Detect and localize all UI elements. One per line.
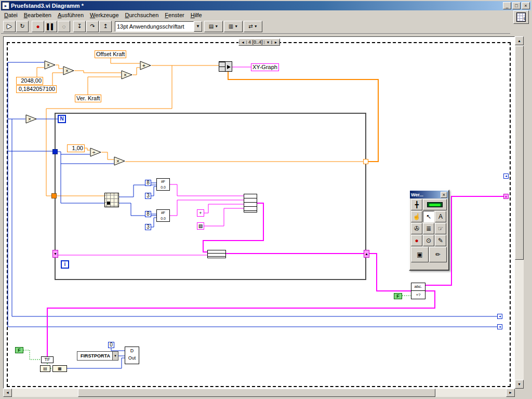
multiply-node[interactable]: × — [121, 70, 132, 79]
divide-node[interactable]: ÷ — [90, 148, 101, 157]
auto-tool-button[interactable]: ╋ — [411, 199, 422, 210]
string-constant[interactable]: + — [197, 209, 204, 217]
tools-palette-window[interactable]: Wer... × ╋ ☝ ↖ A ✇ ≣ ☞ ● ⊙ ✎ ▣ ✏ — [409, 190, 449, 271]
font-selector-dropdown-icon[interactable]: ▼ — [194, 21, 202, 32]
shift-register-right[interactable]: ▲ — [364, 250, 369, 258]
distribute-objects-button[interactable]: ▥ ▼ — [224, 21, 243, 32]
menu-fenster[interactable]: Fenster — [162, 11, 187, 19]
title-bar[interactable]: ▸ Pruefstand3.vi Diagramm * _ □ × — [1, 1, 531, 10]
sequence-local-string[interactable]: ▲ — [503, 194, 509, 199]
scroll-up-button[interactable]: ▲ — [515, 36, 524, 45]
maximize-button[interactable]: □ — [512, 2, 521, 9]
step-into-button[interactable]: ↧ — [73, 21, 86, 32]
wire-tool-button[interactable]: ✇ — [411, 223, 422, 234]
wire-dbl[interactable] — [56, 65, 63, 69]
scroll-right-button[interactable]: ► — [506, 389, 515, 397]
color-tool-button[interactable]: ▣ — [411, 247, 429, 262]
build-array-node[interactable] — [244, 194, 257, 212]
format-number-node[interactable]: #F 0.0 — [156, 178, 170, 191]
int-constant-8[interactable]: 8 — [145, 180, 151, 186]
loop-tunnel-dbl-out[interactable] — [363, 159, 368, 164]
concatenate-strings-node[interactable] — [207, 250, 226, 258]
int-constant-3[interactable]: 3 — [145, 193, 151, 199]
format-number-node[interactable]: #F 0.0 — [156, 209, 170, 222]
minimize-button[interactable]: _ — [503, 2, 511, 9]
xy-graph-terminal[interactable]: XY-Graph — [251, 63, 279, 71]
int-constant-0[interactable]: 0 — [108, 342, 114, 348]
brush-tool-button[interactable]: ✏ — [429, 247, 447, 262]
color-copy-tool-button[interactable]: ✎ — [435, 235, 446, 246]
ver-kraft-label[interactable]: Ver. Kraft — [75, 95, 101, 102]
close-button[interactable]: × — [522, 2, 530, 9]
offset-kraft-label[interactable]: Offset Kraft — [95, 50, 126, 58]
horizontal-scroll-thumb[interactable] — [78, 389, 435, 397]
tools-palette-close-button[interactable]: × — [441, 192, 447, 198]
position-tool-button[interactable]: ↖ — [423, 211, 434, 222]
reorder-button[interactable]: ⇄ ▼ — [244, 21, 262, 32]
align-objects-button[interactable]: ▤ ▼ — [204, 21, 223, 32]
multiply-node[interactable]: × — [114, 156, 125, 166]
multiply-node[interactable]: × — [44, 60, 56, 70]
string-constant-pattern[interactable]: ▨ — [197, 222, 204, 230]
font-selector[interactable]: 13pt Anwendungsschriftart — [115, 21, 194, 32]
object-menu-tool-button[interactable]: ≣ — [423, 223, 434, 234]
wire-dbl[interactable] — [132, 68, 140, 75]
sequence-frame-selector[interactable]: ◄ 4 [0..4] ▼ ► — [238, 38, 280, 46]
wire-string-array[interactable] — [369, 254, 411, 291]
breakpoint-tool-button[interactable]: ● — [411, 235, 422, 246]
sequence-local-int[interactable]: ◄ — [497, 314, 502, 319]
loop-count-terminal[interactable]: N — [58, 115, 66, 123]
menu-werkzeuge[interactable]: Werkzeuge — [87, 11, 122, 19]
sequence-prev-icon[interactable]: ◄ — [239, 41, 247, 44]
tools-palette-titlebar[interactable]: Wer... × — [410, 191, 448, 198]
highlight-execution-button[interactable]: ◌ — [58, 21, 70, 32]
sequence-local-int[interactable]: ◄ — [503, 174, 509, 179]
vi-icon-button[interactable]: 1 — [513, 10, 529, 24]
wire-dbl[interactable] — [37, 68, 44, 77]
operate-tool-button[interactable]: ☝ — [411, 211, 422, 222]
numeric-constant-1[interactable]: 1,00 — [67, 144, 85, 152]
auto-tool-led-button[interactable] — [423, 199, 447, 210]
block-diagram-canvas[interactable]: ◄ 4 [0..4] ▼ ► N i ▼ ▲ × × × + × ÷ × Off… — [3, 36, 515, 389]
menu-datei[interactable]: Datei — [1, 11, 21, 19]
boolean-false-constant[interactable]: F — [394, 293, 402, 299]
step-out-button[interactable]: ↥ — [99, 21, 112, 32]
loop-tunnel-dbl-in[interactable] — [51, 193, 57, 198]
multiply-node[interactable]: × — [63, 66, 74, 75]
numeric-constant-0184[interactable]: 0,1842057100 — [16, 85, 57, 93]
format-into-string-node[interactable]: abc. +? — [411, 283, 425, 299]
menu-bearbeiten[interactable]: Bearbeiten — [21, 11, 55, 19]
sequence-local-int[interactable]: ◄ — [497, 324, 502, 329]
wire-dbl[interactable] — [88, 77, 121, 95]
int-constant-3[interactable]: 3 — [145, 224, 151, 230]
run-continuous-button[interactable]: ↻ — [16, 21, 29, 32]
boolean-false-constant[interactable]: F — [15, 347, 23, 353]
loop-iteration-terminal[interactable]: i — [61, 260, 69, 269]
wire-int[interactable] — [111, 348, 125, 351]
run-button[interactable]: ▶ — [3, 21, 16, 32]
wire-dbl[interactable] — [52, 73, 63, 85]
multiply-node[interactable]: × — [25, 114, 37, 124]
index-array-node[interactable] — [104, 193, 119, 207]
wire-dbl[interactable] — [111, 58, 140, 63]
abort-button[interactable]: ● — [32, 21, 44, 32]
numeric-constant-2048[interactable]: 2048,00 — [16, 77, 43, 85]
wire-dbl[interactable] — [74, 71, 121, 73]
menu-durchsuchen[interactable]: Durchsuchen — [122, 11, 162, 19]
digital-out-node[interactable]: D Out — [125, 347, 139, 364]
chevron-down-icon[interactable]: ▼ — [112, 352, 118, 360]
pause-button[interactable]: ▌▌ — [45, 21, 57, 32]
build-boolean-array-node[interactable]: ▤ — [40, 365, 50, 372]
menu-hilfe[interactable]: Hilfe — [188, 11, 205, 19]
menu-ausfuehren[interactable]: Ausführen — [55, 11, 87, 19]
add-node[interactable]: + — [140, 61, 151, 70]
int-constant-8[interactable]: 8 — [145, 211, 151, 217]
port-enum-constant[interactable]: FIRSTPORTA ▼ — [77, 351, 118, 361]
number-conversion-node[interactable]: ▦ — [52, 365, 67, 372]
shift-register-left[interactable]: ▼ — [52, 250, 58, 258]
vertical-scroll-thumb[interactable] — [515, 46, 524, 260]
probe-tool-button[interactable]: ⊙ — [423, 235, 434, 246]
step-over-button[interactable]: ↷ — [86, 21, 99, 32]
scroll-tool-button[interactable]: ☞ — [435, 223, 446, 234]
wire-string-array[interactable] — [47, 291, 435, 356]
